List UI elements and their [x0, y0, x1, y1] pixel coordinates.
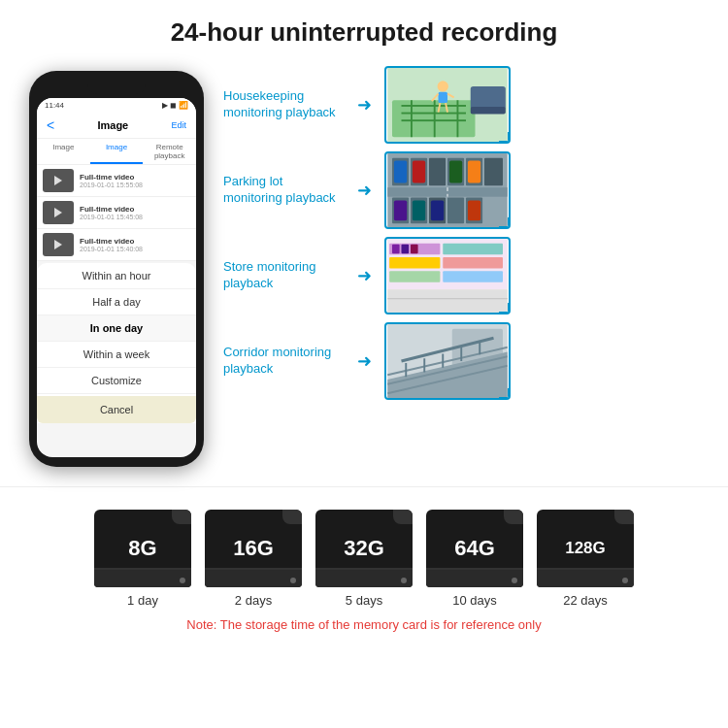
- svg-rect-22: [484, 158, 503, 186]
- monitoring-photo-4: [384, 322, 511, 400]
- corner-arrow-2: [499, 217, 511, 229]
- sd-card-128g-label: 128G: [565, 539, 606, 558]
- storage-card-16g: 16G 2 days: [205, 510, 302, 608]
- svg-rect-34: [431, 200, 444, 220]
- svg-rect-48: [411, 245, 418, 254]
- video-item-3: Full-time video 2019-01-01 15:40:08: [37, 229, 196, 261]
- screen-title: Image: [97, 119, 128, 131]
- video-info-1: Full-time video 2019-01-01 15:55:08: [80, 173, 190, 188]
- dropdown-item-5[interactable]: Customize: [37, 368, 196, 394]
- video-thumb-1: [43, 169, 74, 192]
- storage-card-64g: 64G 10 days: [426, 510, 523, 608]
- tab-remote-playback[interactable]: Remote playback: [143, 139, 196, 164]
- dropdown-item-3[interactable]: In one day: [37, 315, 196, 342]
- svg-rect-11: [439, 92, 448, 103]
- storage-card-128g: 128G 22 days: [537, 510, 634, 608]
- sd-card-64g: 64G: [426, 510, 523, 587]
- video-info-3: Full-time video 2019-01-01 15:40:08: [80, 237, 190, 252]
- svg-rect-24: [413, 161, 425, 183]
- dropdown-overlay: Within an hour Half a day In one day Wit…: [37, 263, 196, 423]
- video-info-2: Full-time video 2019-01-01 15:45:08: [80, 205, 190, 220]
- play-icon-1: [54, 176, 62, 185]
- sd-card-32g-label: 32G: [344, 536, 384, 561]
- video-thumb-3: [43, 233, 74, 256]
- svg-rect-25: [449, 161, 462, 183]
- svg-rect-41: [443, 244, 503, 254]
- monitoring-label-4: Corridor monitoringplayback: [223, 345, 349, 378]
- phone-icons: ▶ ◼ 📶: [162, 101, 188, 110]
- monitoring-arrow-4: ➜: [357, 350, 377, 372]
- monitoring-arrow-1: ➜: [357, 94, 377, 116]
- dropdown-item-2[interactable]: Half a day: [37, 289, 196, 315]
- edit-button[interactable]: Edit: [171, 120, 186, 130]
- monitoring-label-2: Parking lotmonitoring playback: [223, 174, 349, 207]
- corner-arrow-4: [499, 388, 511, 400]
- phone-nav-bar: < Image Edit: [37, 113, 196, 139]
- corner-arrow-1: [499, 132, 511, 144]
- sd-card-32g: 32G: [315, 510, 413, 587]
- svg-rect-6: [434, 100, 436, 137]
- monitoring-photo-2: [384, 151, 511, 229]
- video-item-2: Full-time video 2019-01-01 15:45:08: [37, 197, 196, 229]
- dropdown-item-4[interactable]: Within a week: [37, 342, 196, 368]
- sd-card-8g: 8G: [94, 510, 191, 587]
- sd-card-16g-label: 16G: [233, 536, 274, 561]
- sd-card-128g: 128G: [537, 510, 634, 587]
- svg-rect-33: [413, 200, 425, 220]
- svg-rect-42: [389, 257, 440, 268]
- storage-days-16g: 2 days: [235, 593, 272, 608]
- phone-time: 11:44: [45, 101, 64, 110]
- svg-rect-32: [394, 200, 407, 220]
- svg-rect-45: [443, 271, 503, 281]
- monitoring-row-3: Store monitoringplayback ➜: [223, 237, 709, 314]
- tab-image2[interactable]: Image: [90, 139, 144, 164]
- divider: [0, 486, 728, 487]
- monitoring-label-3: Store monitoringplayback: [223, 259, 349, 292]
- sd-card-8g-label: 8G: [128, 536, 156, 561]
- phone-notch: [87, 81, 146, 94]
- sd-card-16g-dot: [290, 578, 296, 583]
- storage-days-8g: 1 day: [127, 593, 158, 608]
- dropdown-item-1[interactable]: Within an hour: [37, 263, 196, 289]
- storage-cards-row: 8G 1 day 16G 2 days 32G 5 days 64G: [94, 510, 634, 608]
- phone-status-bar: 11:44 ▶ ◼ 📶: [37, 98, 196, 113]
- svg-rect-53: [387, 289, 508, 313]
- phone-tabs: Image Image Remote playback: [37, 139, 196, 165]
- phone-screen: 11:44 ▶ ◼ 📶 < Image Edit Image Image Rem…: [37, 98, 196, 457]
- monitoring-arrow-3: ➜: [357, 265, 377, 286]
- monitoring-photo-3: [384, 237, 511, 314]
- monitoring-label-1: Housekeepingmonitoring playback: [223, 88, 349, 121]
- storage-section: 8G 1 day 16G 2 days 32G 5 days 64G: [0, 495, 728, 646]
- svg-rect-46: [392, 245, 400, 254]
- svg-rect-47: [402, 245, 410, 254]
- svg-rect-8: [471, 86, 506, 110]
- storage-card-32g: 32G 5 days: [315, 510, 413, 608]
- page-title: 24-hour uninterrupted recording: [0, 0, 728, 61]
- svg-rect-19: [429, 158, 446, 186]
- monitoring-section: Housekeepingmonitoring playback ➜: [223, 61, 709, 467]
- phone-mockup: 11:44 ▶ ◼ 📶 < Image Edit Image Image Rem…: [29, 71, 204, 467]
- phone-container: 11:44 ▶ ◼ 📶 < Image Edit Image Image Rem…: [19, 61, 214, 467]
- storage-days-32g: 5 days: [346, 593, 382, 608]
- video-item-1: Full-time video 2019-01-01 15:55:08: [37, 165, 196, 197]
- video-title-2: Full-time video: [80, 205, 190, 214]
- svg-rect-23: [394, 161, 407, 183]
- cancel-button[interactable]: Cancel: [37, 396, 196, 423]
- storage-days-128g: 22 days: [563, 593, 608, 608]
- svg-rect-35: [468, 200, 480, 220]
- video-thumb-2: [43, 201, 74, 224]
- play-icon-3: [54, 240, 62, 249]
- video-date-1: 2019-01-01 15:55:08: [80, 182, 190, 188]
- main-section: 11:44 ▶ ◼ 📶 < Image Edit Image Image Rem…: [0, 61, 728, 467]
- sd-card-8g-dot: [180, 578, 185, 583]
- monitoring-row-2: Parking lotmonitoring playback ➜: [223, 151, 709, 229]
- back-arrow-icon[interactable]: <: [47, 117, 54, 133]
- video-title-1: Full-time video: [80, 173, 190, 182]
- svg-rect-30: [447, 198, 464, 224]
- sd-card-32g-dot: [401, 578, 407, 583]
- monitoring-row-4: Corridor monitoringplayback ➜: [223, 322, 709, 400]
- video-date-2: 2019-01-01 15:45:08: [80, 214, 190, 220]
- svg-rect-9: [471, 107, 506, 115]
- sd-card-64g-dot: [512, 578, 517, 583]
- tab-image[interactable]: Image: [37, 139, 90, 164]
